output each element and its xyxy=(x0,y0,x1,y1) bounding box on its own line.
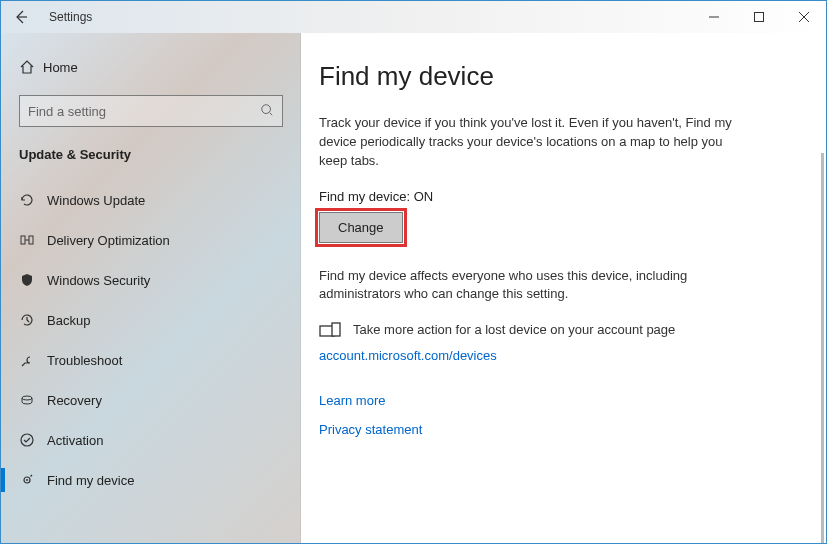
sidebar-item-label: Windows Update xyxy=(47,193,145,208)
sidebar-item-label: Recovery xyxy=(47,393,102,408)
minimize-icon xyxy=(709,12,719,22)
window-title: Settings xyxy=(49,10,92,24)
sidebar-item-backup[interactable]: Backup xyxy=(1,300,301,340)
sidebar-item-troubleshoot[interactable]: Troubleshoot xyxy=(1,340,301,380)
search-icon xyxy=(260,103,274,120)
sidebar-item-label: Backup xyxy=(47,313,90,328)
svg-point-4 xyxy=(22,396,32,400)
sidebar-item-windows-update[interactable]: Windows Update xyxy=(1,180,301,220)
sidebar-item-find-my-device[interactable]: Find my device xyxy=(1,460,301,500)
svg-point-7 xyxy=(26,479,28,481)
page-title: Find my device xyxy=(319,61,796,92)
delivery-icon xyxy=(19,232,47,248)
svg-rect-9 xyxy=(332,323,340,336)
sidebar-item-label: Activation xyxy=(47,433,103,448)
maximize-icon xyxy=(754,12,764,22)
sidebar-item-activation[interactable]: Activation xyxy=(1,420,301,460)
back-button[interactable] xyxy=(1,1,41,33)
sidebar-item-label: Delivery Optimization xyxy=(47,233,170,248)
sidebar-item-label: Troubleshoot xyxy=(47,353,122,368)
change-button[interactable]: Change xyxy=(319,212,403,243)
status-text: Find my device: ON xyxy=(319,189,796,204)
svg-point-1 xyxy=(262,104,271,113)
main-content: Find my device Track your device if you … xyxy=(301,33,826,543)
privacy-link[interactable]: Privacy statement xyxy=(319,422,796,437)
home-label: Home xyxy=(43,60,78,75)
sidebar-item-delivery-optimization[interactable]: Delivery Optimization xyxy=(1,220,301,260)
devices-icon xyxy=(319,322,341,344)
search-input[interactable] xyxy=(28,104,260,119)
refresh-icon xyxy=(19,192,47,208)
action-row: Take more action for a lost device on yo… xyxy=(319,322,796,344)
location-icon xyxy=(19,472,47,488)
title-bar: Settings xyxy=(1,1,826,33)
maximize-button[interactable] xyxy=(736,1,781,33)
troubleshoot-icon xyxy=(19,352,47,368)
sidebar-item-recovery[interactable]: Recovery xyxy=(1,380,301,420)
intro-text: Track your device if you think you've lo… xyxy=(319,114,739,171)
home-icon xyxy=(19,59,43,75)
close-icon xyxy=(799,12,809,22)
close-button[interactable] xyxy=(781,1,826,33)
window-controls xyxy=(691,1,826,33)
category-label: Update & Security xyxy=(1,147,301,180)
activation-icon xyxy=(19,432,47,448)
sidebar: Home Update & Security Windows Update De… xyxy=(1,33,301,543)
backup-icon xyxy=(19,312,47,328)
svg-rect-2 xyxy=(21,236,25,244)
sidebar-item-label: Windows Security xyxy=(47,273,150,288)
affects-text: Find my device affects everyone who uses… xyxy=(319,267,739,305)
learn-more-link[interactable]: Learn more xyxy=(319,393,796,408)
home-link[interactable]: Home xyxy=(1,51,301,83)
svg-rect-3 xyxy=(29,236,33,244)
svg-rect-0 xyxy=(754,13,763,22)
minimize-button[interactable] xyxy=(691,1,736,33)
sidebar-item-label: Find my device xyxy=(47,473,134,488)
search-box[interactable] xyxy=(19,95,283,127)
svg-point-5 xyxy=(21,434,33,446)
arrow-left-icon xyxy=(13,9,29,25)
shield-icon xyxy=(19,272,47,288)
recovery-icon xyxy=(19,392,47,408)
action-text: Take more action for a lost device on yo… xyxy=(353,322,675,337)
sidebar-item-windows-security[interactable]: Windows Security xyxy=(1,260,301,300)
account-link[interactable]: account.microsoft.com/devices xyxy=(319,348,796,363)
scrollbar[interactable] xyxy=(821,153,824,543)
